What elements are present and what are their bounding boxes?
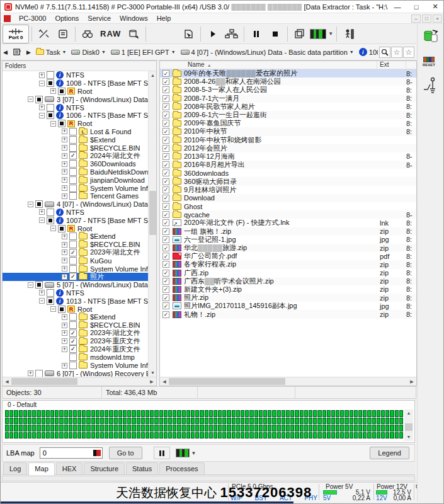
map-mode-dropdown[interactable]: ▼ [174,447,198,459]
tree-item[interactable]: +Lost & Found [3,128,148,136]
tree-item[interactable]: +NTFS [3,103,148,112]
expand-toggle-icon[interactable]: + [62,145,67,151]
file-checkbox[interactable] [162,311,169,318]
tree-checkbox[interactable] [69,353,77,361]
scroll-up-icon[interactable]: ▲ [149,71,156,79]
column-name[interactable]: Name▲ [160,61,377,69]
file-row[interactable]: 2020年湖北文件 (F) - 快捷方式.lnklnk8: [160,219,416,227]
tree-item[interactable]: −5 [07] - (Windows/Linux) Data - Basi [3,281,148,289]
tree-checkbox[interactable] [58,306,65,313]
tree-checkbox[interactable] [35,370,43,377]
tree-checkbox[interactable] [69,168,77,176]
menu-pc-3000[interactable]: PC-3000 [14,14,50,23]
tree-checkbox[interactable] [69,338,77,345]
file-checkbox[interactable] [162,203,169,210]
stop-button[interactable] [266,25,284,43]
tree-checkbox[interactable] [69,249,77,256]
power-probe-button[interactable] [423,77,438,93]
tree-item[interactable]: +Tencent Games [3,192,148,200]
file-checkbox[interactable] [162,228,169,235]
tree-checkbox[interactable] [69,176,77,184]
expand-toggle-icon[interactable]: − [28,202,33,207]
column-date[interactable] [406,61,416,69]
mdi-minimize-button[interactable]: – [411,14,421,23]
tree-item[interactable]: +2024年重庆文件 [3,345,148,353]
expand-toggle-icon[interactable]: − [50,226,56,231]
file-checkbox[interactable] [162,270,169,277]
tree-item[interactable]: −1006 - NTFS [Base MFT Scan] - [3,112,148,120]
file-row[interactable]: 礼物！.zipzip8: [160,310,416,318]
file-row[interactable]: 一组 旗袍！.zipzip8: [160,227,416,236]
expand-toggle-icon[interactable]: + [28,370,33,376]
tree-checkbox[interactable] [47,79,54,87]
exit-task-button[interactable] [340,25,358,43]
map-editor-button[interactable] [223,25,241,43]
map-pause-button[interactable] [154,447,170,459]
scroll-left-icon[interactable]: ◀ [160,377,169,386]
expand-toggle-icon[interactable]: + [62,274,67,280]
maximize-button[interactable]: □ [407,1,426,13]
file-row[interactable]: qycache8- [160,210,416,219]
file-checkbox[interactable] [162,145,169,152]
tree-checkbox[interactable] [69,128,77,135]
legend-button[interactable]: Legend [370,447,409,459]
tree-checkbox[interactable] [47,297,54,305]
find-button[interactable] [379,47,390,58]
scroll-right-icon[interactable]: ▶ [147,377,156,386]
sector-map-grid[interactable] [5,410,403,440]
volume-selector[interactable]: 1007 - NTFS [Base MF [357,47,378,57]
expand-toggle-icon[interactable]: + [62,249,67,255]
tree-item[interactable]: +$Extend [3,135,148,144]
file-checkbox[interactable] [162,178,169,185]
tree-checkbox[interactable] [69,160,77,168]
start-button[interactable] [204,25,222,43]
port0-button[interactable]: Port 0 [3,25,29,43]
expand-toggle-icon[interactable]: − [39,81,45,86]
file-row[interactable]: 2008年民歌节家人相片8: [160,103,416,111]
file-row[interactable]: 2010年中秋节8: [160,127,416,135]
expand-toggle-icon[interactable]: + [39,209,45,215]
menu-help[interactable]: Help [152,14,176,23]
tree-item[interactable]: +照片 [3,273,148,281]
tree-checkbox[interactable] [69,257,77,265]
expand-toggle-icon[interactable]: + [50,88,56,94]
expand-toggle-icon[interactable]: + [62,363,67,369]
scroll-thumb[interactable] [149,191,156,235]
expand-toggle-icon[interactable]: + [62,330,67,336]
tree-item[interactable]: +360Downloads [3,160,148,168]
expand-toggle-icon[interactable]: + [62,137,67,142]
tree-checkbox[interactable] [69,152,77,159]
mdi-close-button[interactable]: × [433,14,442,23]
tree-item[interactable]: +System Volume Informati [3,184,148,192]
tree-item[interactable]: −1013 - NTFS [Base MFT Scan] - [3,297,148,305]
scroll-up-icon[interactable]: ▲ [404,410,413,417]
tree-item[interactable]: −Root [3,305,148,313]
file-row[interactable]: 360downloads [160,169,416,177]
expand-toggle-icon[interactable]: − [39,217,45,223]
expand-toggle-icon[interactable]: + [62,234,67,239]
tree-checkbox[interactable] [69,185,77,192]
map-vertical-scrollbar[interactable]: ▲ ▼ [404,410,413,441]
expand-toggle-icon[interactable]: + [62,242,67,248]
favorite-add-button[interactable]: ☆ [391,47,402,58]
tab-status[interactable]: Status [126,462,158,474]
nav-back-button[interactable]: ◀ [1,48,9,57]
tree-item[interactable]: +$Extend [3,313,148,321]
expand-toggle-icon[interactable]: + [62,185,67,191]
file-row[interactable]: 广西.zipzip8: [160,269,416,277]
file-row[interactable]: 2016年8月相片导出8- [160,161,416,169]
tree-item[interactable]: −4 [07] - (Windows/Linux) Data - Basi [3,200,148,209]
tree-checkbox[interactable] [35,281,43,289]
tab-structure[interactable]: Structure [84,462,125,474]
file-row[interactable]: 新建文件夹+(3).zipzip8: [160,285,416,294]
file-row[interactable]: 华北▒▒▒▒▒旅游.zipzip8: [160,244,416,252]
write-disk-button[interactable] [423,29,439,44]
tree-checkbox[interactable] [69,136,77,144]
expand-toggle-icon[interactable]: − [50,306,56,312]
file-checkbox[interactable] [162,78,169,85]
tab-hex[interactable]: HEX [56,462,83,474]
copy-results-button[interactable] [291,25,309,43]
expand-toggle-icon[interactable]: + [62,161,67,167]
tree-item[interactable]: −1007 - NTFS [Base MFT Scan] - [3,216,148,224]
expand-toggle-icon[interactable]: + [62,314,67,320]
